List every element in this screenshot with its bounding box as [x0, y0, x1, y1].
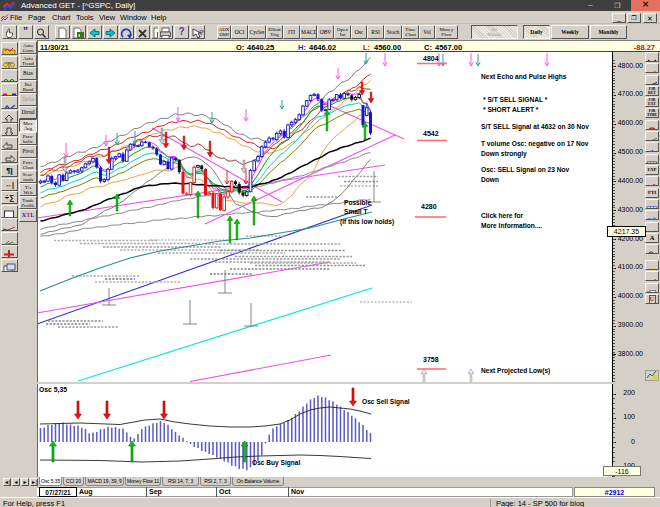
- svg-text:4280: 4280: [421, 203, 437, 210]
- svg-text:Osc 5,35: Osc 5,35: [39, 386, 67, 394]
- svg-text:T volume Osc: negative on 17 N: T volume Osc: negative on 17 Nov: [481, 140, 589, 148]
- svg-text:S/T SELL Signal at 4632 on 30: S/T SELL Signal at 4632 on 30 Nov: [481, 123, 589, 131]
- svg-text:* S/T SELL SIGNAL *: * S/T SELL SIGNAL *: [483, 96, 548, 103]
- svg-text:Osc Buy Signal: Osc Buy Signal: [252, 459, 301, 467]
- svg-text:4542: 4542: [423, 130, 439, 137]
- svg-text:Click here for: Click here for: [481, 212, 524, 219]
- svg-text:Next Projected Low(s): Next Projected Low(s): [481, 367, 550, 375]
- svg-text:Next Echo and Pulse Highs: Next Echo and Pulse Highs: [481, 73, 567, 81]
- svg-text:Possible: Possible: [344, 199, 371, 206]
- svg-text:Down strongly: Down strongly: [481, 150, 527, 158]
- svg-text:Down: Down: [481, 176, 499, 183]
- svg-text:Osc Sell Signal: Osc Sell Signal: [362, 398, 410, 406]
- svg-text:More Information....: More Information....: [481, 222, 542, 229]
- svg-text:Osc: SELL Signal on 23 Nov: Osc: SELL Signal on 23 Nov: [481, 166, 570, 174]
- svg-text:4804: 4804: [423, 55, 439, 62]
- svg-text:?: ?: [199, 28, 204, 37]
- svg-text:Small T: Small T: [344, 208, 367, 215]
- svg-text:(if this low holds): (if this low holds): [340, 218, 394, 226]
- svg-text:* SHORT ALERT *: * SHORT ALERT *: [483, 106, 539, 113]
- svg-text:3758: 3758: [423, 356, 439, 363]
